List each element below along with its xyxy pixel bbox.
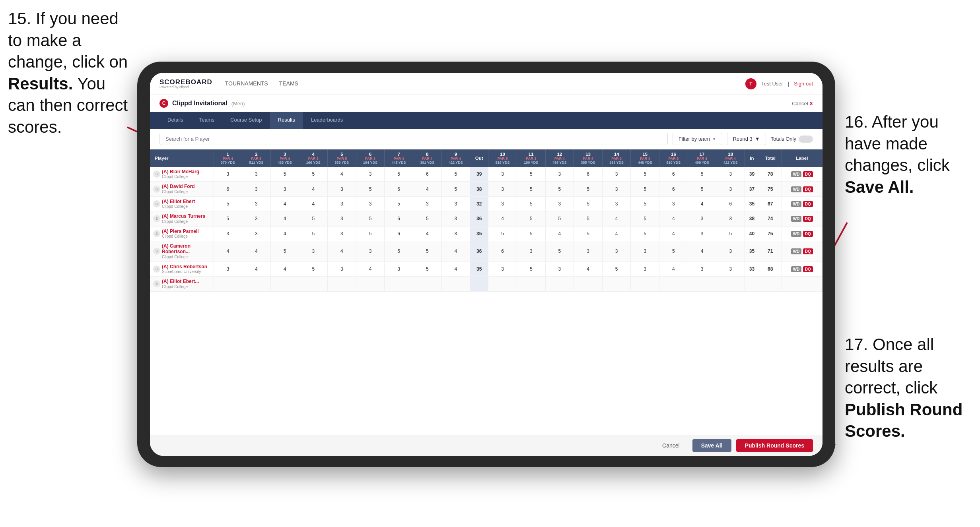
score-hole-2[interactable]: 3 <box>242 211 271 226</box>
score-hole-6[interactable] <box>356 277 385 291</box>
totals-only-toggle[interactable]: Totals Only <box>771 136 813 143</box>
score-hole-1[interactable]: 3 <box>214 226 242 241</box>
score-hole-2[interactable] <box>242 277 271 291</box>
score-hole-16[interactable]: 6 <box>659 167 688 182</box>
player-cell[interactable]: S (A) Marcus Turners Clippd College <box>150 211 214 226</box>
score-hole-14[interactable]: 3 <box>602 241 631 262</box>
score-hole-9[interactable]: 5 <box>441 167 470 182</box>
score-hole-6[interactable]: 5 <box>356 211 385 226</box>
totals-toggle-switch[interactable] <box>799 136 813 143</box>
score-hole-15[interactable]: 5 <box>631 196 659 211</box>
score-hole-12[interactable]: 5 <box>545 182 574 196</box>
score-hole-17[interactable]: 5 <box>688 167 716 182</box>
score-hole-5[interactable]: 3 <box>328 196 356 211</box>
score-hole-1[interactable]: 5 <box>214 211 242 226</box>
score-hole-18[interactable]: 6 <box>716 196 745 211</box>
score-hole-5[interactable]: 3 <box>328 182 356 196</box>
tab-details[interactable]: Details <box>159 112 191 129</box>
score-hole-10[interactable]: 3 <box>488 262 517 276</box>
wd-badge[interactable]: WD <box>791 266 802 272</box>
score-hole-10[interactable]: 3 <box>488 167 517 182</box>
score-hole-6[interactable]: 4 <box>356 262 385 276</box>
score-hole-18[interactable]: 3 <box>716 182 745 196</box>
score-hole-6[interactable]: 3 <box>356 196 385 211</box>
score-hole-8[interactable] <box>413 277 441 291</box>
score-hole-11[interactable]: 5 <box>517 211 545 226</box>
score-hole-11[interactable]: 5 <box>517 167 545 182</box>
score-hole-7[interactable]: 6 <box>385 226 413 241</box>
score-hole-18[interactable] <box>716 277 745 291</box>
score-hole-11[interactable]: 5 <box>517 196 545 211</box>
score-hole-13[interactable]: 3 <box>574 241 603 262</box>
player-cell[interactable]: S (A) David Ford Clippd College <box>150 182 214 196</box>
score-hole-4[interactable]: 5 <box>299 262 328 276</box>
score-hole-7[interactable] <box>385 277 413 291</box>
score-hole-16[interactable]: 5 <box>659 241 688 262</box>
score-hole-12[interactable]: 3 <box>545 262 574 276</box>
dq-badge[interactable]: DQ <box>803 248 813 254</box>
dq-badge[interactable]: DQ <box>803 266 813 272</box>
publish-round-scores-button[interactable]: Publish Round Scores <box>736 439 813 452</box>
score-hole-9[interactable]: 4 <box>441 262 470 276</box>
player-cell[interactable]: S (A) Elliot Ebert Clippd College <box>150 196 214 211</box>
score-hole-18[interactable]: 3 <box>716 262 745 276</box>
score-hole-9[interactable]: 3 <box>441 211 470 226</box>
score-hole-16[interactable]: 4 <box>659 226 688 241</box>
score-hole-3[interactable]: 5 <box>270 167 299 182</box>
score-hole-18[interactable]: 5 <box>716 226 745 241</box>
score-hole-13[interactable] <box>574 277 603 291</box>
score-hole-11[interactable]: 5 <box>517 182 545 196</box>
cancel-button[interactable]: Cancel <box>654 439 688 452</box>
score-hole-13[interactable]: 5 <box>574 211 603 226</box>
score-hole-2[interactable]: 3 <box>242 182 271 196</box>
score-hole-10[interactable]: 5 <box>488 226 517 241</box>
score-hole-9[interactable]: 4 <box>441 241 470 262</box>
score-hole-12[interactable] <box>545 277 574 291</box>
score-hole-18[interactable]: 3 <box>716 211 745 226</box>
player-cell[interactable]: S (A) Blair McHarg Clippd College <box>150 167 214 182</box>
wd-badge[interactable]: WD <box>791 231 802 237</box>
score-hole-18[interactable]: 3 <box>716 241 745 262</box>
score-hole-7[interactable]: 6 <box>385 211 413 226</box>
score-hole-6[interactable]: 3 <box>356 241 385 262</box>
score-hole-15[interactable]: 3 <box>631 262 659 276</box>
wd-badge[interactable]: WD <box>791 171 802 177</box>
score-hole-5[interactable]: 4 <box>328 241 356 262</box>
score-hole-8[interactable]: 4 <box>413 226 441 241</box>
score-hole-3[interactable] <box>270 277 299 291</box>
tab-teams[interactable]: Teams <box>191 112 222 129</box>
score-hole-16[interactable]: 4 <box>659 262 688 276</box>
save-all-button[interactable]: Save All <box>692 439 731 452</box>
score-hole-2[interactable]: 4 <box>242 262 271 276</box>
cancel-tournament-button[interactable]: Cancel X <box>792 101 813 107</box>
score-hole-7[interactable]: 3 <box>385 262 413 276</box>
score-hole-8[interactable]: 5 <box>413 241 441 262</box>
score-hole-18[interactable]: 3 <box>716 167 745 182</box>
score-hole-3[interactable]: 4 <box>270 262 299 276</box>
score-hole-17[interactable]: 4 <box>688 241 716 262</box>
round-dropdown[interactable]: Round 3 ▼ <box>727 133 766 145</box>
score-hole-1[interactable]: 3 <box>214 262 242 276</box>
score-hole-7[interactable]: 6 <box>385 182 413 196</box>
wd-badge[interactable]: WD <box>791 248 802 254</box>
score-hole-2[interactable]: 3 <box>242 196 271 211</box>
filter-team-dropdown[interactable]: Filter by team ▼ <box>673 133 722 145</box>
score-hole-3[interactable]: 4 <box>270 196 299 211</box>
score-hole-3[interactable]: 5 <box>270 241 299 262</box>
score-hole-9[interactable] <box>441 277 470 291</box>
nav-teams[interactable]: TEAMS <box>279 79 298 89</box>
tab-leaderboards[interactable]: Leaderboards <box>303 112 351 129</box>
dq-badge[interactable]: DQ <box>803 201 813 207</box>
score-hole-11[interactable] <box>517 277 545 291</box>
score-hole-16[interactable]: 4 <box>659 211 688 226</box>
score-hole-14[interactable]: 4 <box>602 211 631 226</box>
score-hole-16[interactable]: 3 <box>659 196 688 211</box>
dq-badge[interactable]: DQ <box>803 171 813 177</box>
tab-results[interactable]: Results <box>270 112 303 129</box>
score-hole-15[interactable]: 5 <box>631 167 659 182</box>
score-hole-8[interactable]: 5 <box>413 211 441 226</box>
score-hole-9[interactable]: 5 <box>441 182 470 196</box>
sign-out-link[interactable]: Sign out <box>794 81 813 87</box>
score-hole-2[interactable]: 4 <box>242 241 271 262</box>
score-hole-14[interactable]: 3 <box>602 182 631 196</box>
